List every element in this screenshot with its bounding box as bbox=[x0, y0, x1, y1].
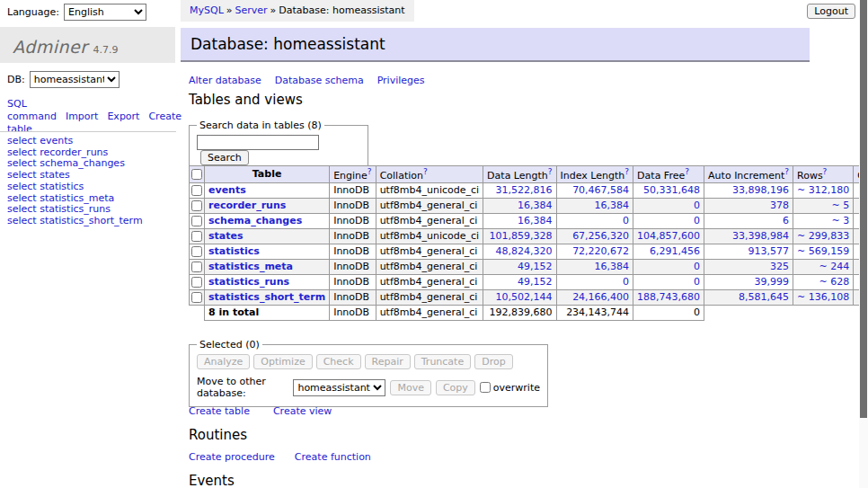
row-checkbox[interactable] bbox=[191, 216, 202, 226]
sidebar-action-export[interactable]: Export bbox=[107, 111, 139, 122]
events-title: Events bbox=[189, 473, 235, 488]
table-row: statistics_short_termInnoDButf8mb4_gener… bbox=[190, 289, 868, 305]
nav-privileges[interactable]: Privileges bbox=[377, 75, 425, 86]
routines-title: Routines bbox=[189, 427, 247, 443]
table-name-link[interactable]: statistics_runs bbox=[208, 276, 289, 288]
breadcrumb-separator: » bbox=[270, 4, 277, 16]
row-checkbox[interactable] bbox=[191, 231, 202, 242]
drop-button[interactable]: Drop bbox=[474, 354, 512, 369]
sidebar-select-events[interactable]: select events bbox=[7, 136, 143, 147]
table-name-link[interactable]: statistics bbox=[208, 245, 260, 257]
data-length-cell: 101,859,328 bbox=[483, 228, 556, 244]
row-checkbox[interactable] bbox=[191, 185, 202, 196]
link-create-view[interactable]: Create view bbox=[273, 405, 332, 417]
row-checkbox[interactable] bbox=[191, 292, 202, 303]
sidebar-select-statistics-short-term[interactable]: select statistics_short_term bbox=[7, 216, 143, 227]
auto-increment-cell: 913,577 bbox=[704, 244, 793, 259]
data-free-cell: 0 bbox=[633, 213, 704, 228]
overwrite-label: overwrite bbox=[493, 382, 540, 394]
auto-increment-cell: 33,898,196 bbox=[704, 182, 793, 198]
logout-button[interactable]: Logout bbox=[807, 4, 855, 19]
move-button[interactable]: Move bbox=[390, 380, 431, 395]
select-all-header-cell bbox=[190, 166, 205, 183]
engine-help-link[interactable]: ? bbox=[368, 167, 372, 176]
repair-button[interactable]: Repair bbox=[365, 354, 411, 369]
breadcrumb-link-server[interactable]: Server bbox=[235, 4, 268, 16]
move-database-select[interactable]: homeassistant bbox=[293, 379, 385, 396]
data-length-cell: 31,522,816 bbox=[483, 182, 556, 198]
breadcrumb-separator: » bbox=[226, 4, 233, 16]
optimize-button[interactable]: Optimize bbox=[253, 354, 312, 369]
index-length-help-link[interactable]: ? bbox=[624, 167, 629, 176]
breadcrumb-link-mysql[interactable]: MySQL bbox=[190, 4, 224, 16]
routine-links: Create procedureCreate function bbox=[189, 451, 391, 463]
table-name-link[interactable]: statistics_meta bbox=[208, 261, 293, 272]
scrollbar-thumb[interactable] bbox=[860, 0, 867, 418]
select-all-checkbox[interactable] bbox=[191, 169, 202, 180]
sidebar-select-states[interactable]: select states bbox=[7, 170, 143, 182]
collation-cell: utf8mb4_unicode_ci bbox=[376, 228, 483, 244]
column-header-data-free: Data Free? bbox=[633, 166, 704, 183]
sidebar-select-statistics[interactable]: select statistics bbox=[7, 182, 143, 193]
data-length-cell: 48,824,320 bbox=[483, 244, 556, 259]
column-header-engine: Engine? bbox=[330, 166, 376, 183]
auto-increment-help-link[interactable]: ? bbox=[784, 167, 789, 176]
data-free-cell: 0 bbox=[633, 259, 704, 274]
tables-overview-table: TableEngine?Collation?Data Length?Index … bbox=[189, 165, 868, 321]
table-name-link[interactable]: recorder_runs bbox=[208, 200, 286, 211]
check-button[interactable]: Check bbox=[316, 354, 361, 369]
database-nav-links: Alter databaseDatabase schemaPrivileges bbox=[189, 75, 438, 86]
breadcrumb: MySQL»Server»Database: homeassistant bbox=[181, 0, 414, 22]
sidebar-action-sql-command[interactable]: SQL command bbox=[7, 98, 57, 122]
rows-help-link[interactable]: ? bbox=[823, 167, 828, 176]
collation-help-link[interactable]: ? bbox=[423, 167, 428, 176]
rows-cell: ~ 569,159 bbox=[793, 244, 854, 259]
language-select[interactable]: English bbox=[64, 4, 146, 21]
page-title-bar: Database: homeassistant bbox=[181, 28, 810, 62]
auto-increment-cell: 6 bbox=[704, 213, 793, 228]
table-name-link[interactable]: statistics_short_term bbox=[208, 291, 325, 303]
nav-alter-database[interactable]: Alter database bbox=[189, 75, 261, 86]
total-engine-cell: InnoDB bbox=[330, 305, 376, 320]
breadcrumb-current: Database: homeassistant bbox=[279, 4, 404, 16]
row-checkbox[interactable] bbox=[191, 246, 202, 257]
row-checkbox[interactable] bbox=[191, 277, 202, 288]
collation-cell: utf8mb4_general_ci bbox=[376, 198, 483, 213]
index-length-cell: 72,220,672 bbox=[556, 244, 633, 259]
table-row: statistics_metaInnoDButf8mb4_general_ci4… bbox=[190, 259, 868, 274]
search-input[interactable] bbox=[197, 135, 319, 150]
link-create-function[interactable]: Create function bbox=[295, 451, 371, 463]
table-row: statistics_runsInnoDButf8mb4_general_ci4… bbox=[190, 274, 868, 289]
row-checkbox[interactable] bbox=[191, 200, 202, 211]
data-length-help-link[interactable]: ? bbox=[548, 167, 553, 176]
copy-button[interactable]: Copy bbox=[436, 380, 475, 395]
nav-database-schema[interactable]: Database schema bbox=[275, 75, 364, 86]
move-label: Move to other database: bbox=[197, 376, 288, 399]
rows-cell: ~ 299,833 bbox=[793, 228, 854, 244]
table-name-link[interactable]: events bbox=[208, 184, 246, 196]
auto-increment-cell: 325 bbox=[704, 259, 793, 274]
collation-cell: utf8mb4_general_ci bbox=[376, 213, 483, 228]
search-button[interactable]: Search bbox=[200, 150, 249, 165]
selected-fieldset: Selected (0) AnalyzeOptimizeCheckRepairT… bbox=[189, 339, 548, 407]
data-free-cell: 188,743,680 bbox=[633, 289, 704, 305]
db-select[interactable]: homeassistant bbox=[30, 71, 120, 88]
overwrite-checkbox[interactable] bbox=[480, 382, 491, 393]
auto-increment-cell: 378 bbox=[704, 198, 793, 213]
analyze-button[interactable]: Analyze bbox=[197, 354, 250, 369]
row-checkbox[interactable] bbox=[191, 262, 202, 272]
table-name-link[interactable]: schema_changes bbox=[208, 215, 302, 226]
auto-increment-cell: 8,581,645 bbox=[704, 289, 793, 305]
vertical-scrollbar[interactable] bbox=[859, 0, 868, 488]
link-create-procedure[interactable]: Create procedure bbox=[189, 451, 275, 463]
index-length-cell: 16,384 bbox=[556, 259, 633, 274]
link-create-table[interactable]: Create table bbox=[189, 405, 250, 417]
collation-cell: utf8mb4_general_ci bbox=[376, 244, 483, 259]
truncate-button[interactable]: Truncate bbox=[414, 354, 471, 369]
data-length-cell: 49,152 bbox=[483, 259, 556, 274]
table-row: schema_changesInnoDButf8mb4_general_ci16… bbox=[190, 213, 868, 228]
sidebar-action-import[interactable]: Import bbox=[66, 111, 99, 122]
data-free-help-link[interactable]: ? bbox=[685, 167, 689, 176]
selected-legend: Selected (0) bbox=[197, 339, 262, 350]
table-name-link[interactable]: states bbox=[208, 230, 244, 242]
